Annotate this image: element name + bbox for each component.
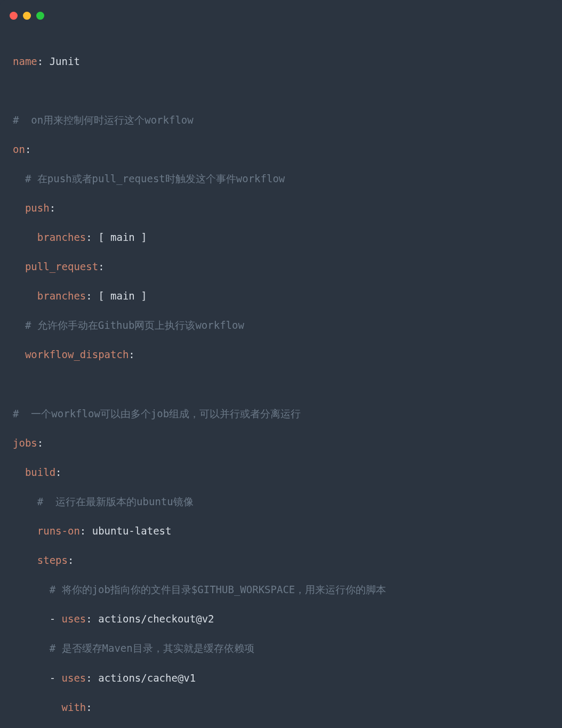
yaml-key: uses xyxy=(62,672,86,684)
yaml-key: build xyxy=(25,466,55,478)
dash-icon: - xyxy=(50,613,62,625)
yaml-comment: # 允许你手动在Github网页上执行该workflow xyxy=(25,319,244,331)
yaml-comment: # 将你的job指向你的文件目录$GITHUB_WORKSPACE，用来运行你的… xyxy=(50,584,387,595)
dash-icon: - xyxy=(50,672,62,684)
yaml-value: [ main ] xyxy=(92,290,147,302)
zoom-icon[interactable] xyxy=(36,12,44,20)
yaml-comment: # 运行在最新版本的ubuntu镜像 xyxy=(37,496,194,507)
yaml-key: push xyxy=(25,202,50,214)
yaml-key: name xyxy=(13,55,37,67)
yaml-comment: # 是否缓存Maven目录，其实就是缓存依赖项 xyxy=(50,642,254,654)
minimize-icon[interactable] xyxy=(23,12,31,20)
yaml-value: actions/cache@v1 xyxy=(92,672,196,684)
yaml-key: branches xyxy=(37,231,86,243)
yaml-key: steps xyxy=(37,554,68,566)
yaml-key: workflow_dispatch xyxy=(25,349,129,360)
yaml-comment: # on用来控制何时运行这个workflow xyxy=(13,114,194,126)
yaml-value: actions/checkout@v2 xyxy=(92,613,214,625)
yaml-comment: # 在push或者pull_request时触发这个事件workflow xyxy=(25,173,285,184)
window-titlebar xyxy=(0,0,562,23)
code-window: name: Junit # on用来控制何时运行这个workflow on: #… xyxy=(0,0,562,728)
yaml-key: with xyxy=(62,701,86,713)
yaml-key: runs-on xyxy=(37,525,80,537)
yaml-key: on xyxy=(13,143,25,155)
close-icon[interactable] xyxy=(10,12,18,20)
yaml-key: pull_request xyxy=(25,261,98,272)
yaml-key: uses xyxy=(62,613,86,625)
yaml-code-block: name: Junit # on用来控制何时运行这个workflow on: #… xyxy=(0,23,562,728)
yaml-value: [ main ] xyxy=(92,231,147,243)
yaml-key: branches xyxy=(37,290,86,302)
yaml-comment: # 一个workflow可以由多个job组成，可以并行或者分离运行 xyxy=(13,408,301,419)
yaml-value: Junit xyxy=(43,55,80,67)
yaml-key: jobs xyxy=(13,437,37,449)
yaml-value: ubuntu-latest xyxy=(86,525,171,537)
